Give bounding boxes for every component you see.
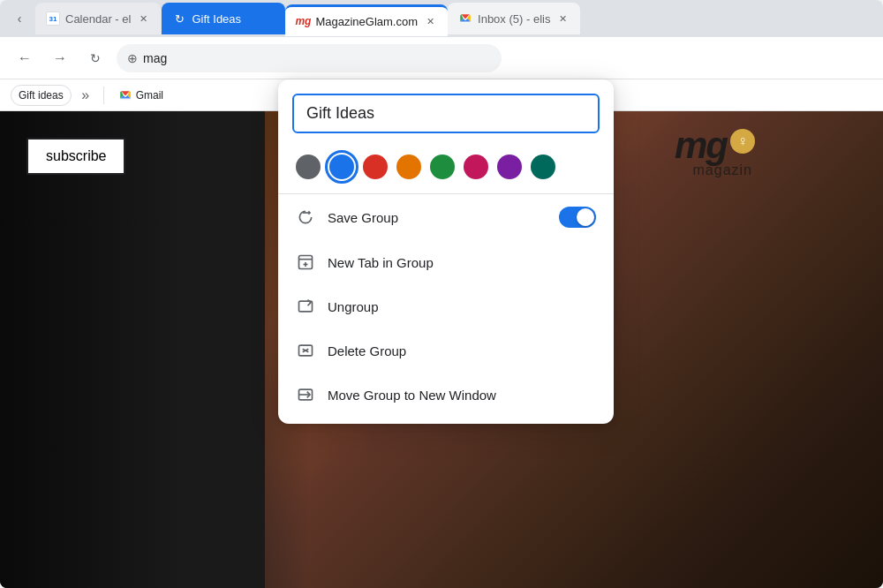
menu-delete-group[interactable]: Delete Group — [278, 328, 614, 373]
menu-new-tab[interactable]: New Tab in Group — [278, 240, 614, 284]
tab-calendar-label: Calendar - el — [65, 12, 131, 26]
ungroup-label: Ungroup — [328, 299, 596, 314]
delete-group-icon — [296, 341, 315, 360]
save-group-icon — [296, 207, 315, 227]
forward-button[interactable]: → — [46, 44, 74, 72]
menu-save-group[interactable]: Save Group — [278, 194, 614, 240]
menu-move-window[interactable]: Move Group to New Window — [278, 373, 614, 417]
color-red[interactable] — [363, 155, 388, 179]
move-window-label: Move Group to New Window — [328, 388, 596, 403]
magazine-favicon: mg — [296, 14, 310, 28]
browser-window: ‹ 31 Calendar - el ✕ ↻ Gift Ideas mg Mag… — [0, 0, 883, 588]
color-grey[interactable] — [296, 155, 321, 179]
tab-magazine-close[interactable]: ✕ — [423, 14, 437, 28]
back-button[interactable]: ← — [11, 44, 39, 72]
color-orange[interactable] — [396, 155, 421, 179]
subscribe-button[interactable]: subscribe — [26, 138, 125, 175]
tab-bar: ‹ 31 Calendar - el ✕ ↻ Gift Ideas mg Mag… — [0, 0, 883, 37]
color-pink[interactable] — [464, 155, 488, 179]
tab-inbox-close[interactable]: ✕ — [555, 11, 570, 26]
bookmark-gmail-label: Gmail — [136, 89, 163, 102]
tab-magazine-label: MagazineGlam.com — [315, 15, 418, 28]
ungroup-icon — [296, 297, 315, 316]
omnibox[interactable]: ⊕ mag — [117, 44, 502, 72]
color-picker-row — [278, 147, 614, 194]
inbox-favicon — [458, 11, 472, 26]
new-tab-label: New Tab in Group — [328, 255, 596, 270]
tab-gift-ideas[interactable]: ↻ Gift Ideas — [162, 3, 285, 34]
omnibox-text: mag — [143, 51, 491, 65]
menu-ungroup[interactable]: Ungroup — [278, 284, 614, 328]
omnibox-tune-icon: ⊕ — [127, 51, 138, 65]
bookmark-gift-ideas-label: Gift ideas — [19, 89, 64, 102]
background-left — [0, 111, 309, 588]
bookmark-gift-ideas[interactable]: Gift ideas — [11, 85, 72, 106]
color-purple[interactable] — [497, 155, 522, 179]
tab-calendar[interactable]: 31 Calendar - el ✕ — [35, 3, 161, 34]
toggle-knob — [577, 208, 594, 226]
new-tab-icon — [296, 253, 315, 272]
group-name-input[interactable] — [292, 94, 600, 133]
tab-gift-ideas-label: Gift Ideas — [192, 12, 275, 26]
bookmark-more-button[interactable]: » — [75, 85, 96, 106]
toolbar: ← → ↻ ⊕ mag — [0, 37, 883, 79]
mg-logo: mg — [675, 124, 727, 167]
tab-magazine[interactable]: mg MagazineGlam.com ✕ — [285, 4, 448, 36]
save-group-label: Save Group — [328, 210, 547, 225]
color-teal[interactable] — [531, 155, 555, 179]
save-group-toggle[interactable] — [559, 207, 596, 228]
tab-inbox[interactable]: Inbox (5) - elis ✕ — [448, 3, 580, 34]
dropdown-popup: Save Group New Tab in Group — [278, 79, 614, 424]
color-blue[interactable] — [329, 155, 354, 179]
reload-button[interactable]: ↻ — [81, 44, 109, 72]
delete-group-label: Delete Group — [328, 343, 596, 358]
calendar-favicon: 31 — [46, 11, 60, 26]
tab-inbox-label: Inbox (5) - elis — [478, 12, 550, 26]
tab-calendar-close[interactable]: ✕ — [136, 11, 150, 26]
gift-ideas-favicon: ↻ — [172, 11, 186, 26]
color-green[interactable] — [430, 155, 455, 179]
bookmark-gmail[interactable]: Gmail — [111, 85, 170, 106]
mg-logo-text: magazin — [693, 162, 752, 178]
tab-collapse-button[interactable]: ‹ — [7, 6, 32, 31]
move-window-icon — [296, 385, 315, 404]
